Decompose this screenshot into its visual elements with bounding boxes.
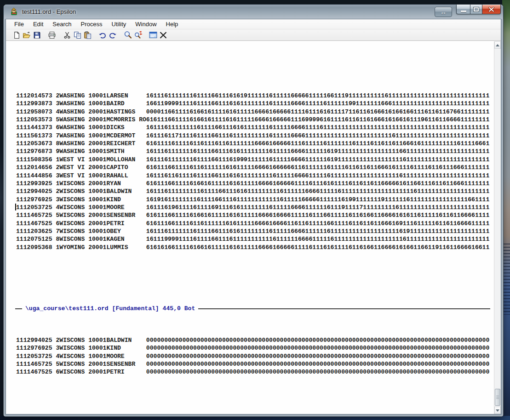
maximize-icon <box>474 7 479 11</box>
open-file-icon[interactable] <box>22 30 32 40</box>
toolbar <box>6 29 501 41</box>
scroll-down-button[interactable] <box>494 407 501 414</box>
buffer-row[interactable]: 1112976925 3WISCONS 10001KIND 0000000000… <box>6 344 494 352</box>
client-area: FileEditSearchProcessUtilityWindowHelp 1… <box>6 19 501 414</box>
buffer-row[interactable]: 1112958073 4WASHING 20001HASTINGS 000011… <box>6 108 494 116</box>
buffer-row[interactable]: 1111508356 1WEST VI 10001MOLLOHAN 161116… <box>6 156 494 164</box>
buffer-row[interactable]: 1112075125 8WISCONS 10001KAGEN 161119999… <box>6 235 494 243</box>
buffer-row[interactable]: 1112095368 1WYOMING 20001LUMMIS 61616166… <box>6 244 494 251</box>
menu-edit[interactable]: Edit <box>29 19 48 29</box>
find-replace-icon[interactable] <box>133 30 143 40</box>
triangle-down-icon <box>496 409 499 412</box>
buffer-test111[interactable]: 1112014573 2WASHING 10001LARSEN 16111611… <box>6 68 494 251</box>
cut-icon[interactable] <box>62 30 72 40</box>
buffer-row[interactable]: 1112994025 2WISCONS 10001BALDWIN 0000000… <box>6 336 494 344</box>
vertical-scrollbar[interactable] <box>494 41 501 414</box>
blank-gap <box>6 400 494 414</box>
buffer-row[interactable]: 1112014573 2WASHING 10001LARSEN 16111611… <box>6 92 494 100</box>
blank-gap <box>6 275 494 289</box>
menu-bar: FileEditSearchProcessUtilityWindowHelp <box>6 19 501 29</box>
buffer-row[interactable]: 1111467525 6WISCONS 20001PETRI 616111661… <box>6 220 494 227</box>
buffer-row[interactable]: 1111441373 6WASHING 10001DICKS 161116111… <box>6 124 494 131</box>
menu-window[interactable]: Window <box>131 19 161 29</box>
redo-icon[interactable] <box>108 30 118 40</box>
print-icon[interactable] <box>47 30 57 40</box>
text-cursor <box>15 204 16 210</box>
new-file-icon[interactable] <box>11 30 22 40</box>
desktop-wallpaper-right <box>502 0 510 420</box>
menu-utility[interactable]: Utility <box>107 19 131 29</box>
save-file-icon[interactable] <box>32 30 42 40</box>
paste-icon[interactable] <box>82 30 92 40</box>
buffer-row[interactable]: 1112976873 9WASHING 10001SMITH 161116111… <box>6 148 494 155</box>
modeline-text: \uga_course\test111.ord [Fundamental] 44… <box>25 305 195 312</box>
buffer-test112[interactable]: 1112994025 2WISCONS 10001BALDWIN 0000000… <box>6 336 494 376</box>
buffer-row[interactable]: 1112053725 4WISCONS 10001MOORE 000000000… <box>6 352 494 360</box>
modeline-rule <box>198 308 490 309</box>
undo-icon[interactable] <box>97 30 108 40</box>
buffer-row[interactable]: 1112976925 3WISCONS 10001KIND 1619161111… <box>6 196 494 204</box>
epsilon-window: test111.ord - Epsilon ↔ FileEditSearchPr… <box>4 5 503 416</box>
buffer-row[interactable]: 1111467525 6WISCONS 20001PETRI 000000000… <box>6 368 494 376</box>
window-title: test111.ord - Epsilon <box>22 8 76 15</box>
buffer-row[interactable]: 1111561373 7WASHING 10001MCDERMOT 161116… <box>6 132 494 140</box>
buffer-row[interactable]: 1112053573 5WASHING 20001MCMORRIS RO6161… <box>6 116 494 124</box>
buffer-row[interactable]: 1111444856 3WEST VI 10001RAHALL 16111611… <box>6 172 494 180</box>
menu-process[interactable]: Process <box>76 19 107 29</box>
editor-content: 1112014573 2WASHING 10001LARSEN 16111611… <box>6 41 501 414</box>
buffer-row[interactable]: 1111465725 5WISCONS 20001SENSENBR 000000… <box>6 360 494 368</box>
modeline-dash <box>15 308 22 309</box>
copy-icon[interactable] <box>72 30 82 40</box>
buffer-list-icon[interactable] <box>148 30 158 40</box>
scrollbar-thumb[interactable] <box>495 389 500 406</box>
titlebar[interactable]: test111.ord - Epsilon ↔ <box>4 5 503 19</box>
buffer-row[interactable]: 1111465725 5WISCONS 20001SENSENBR 616111… <box>6 211 494 219</box>
window-controls <box>456 5 501 14</box>
buffer-row[interactable]: 1112993873 3WASHING 10001BAIRD 166119999… <box>6 100 494 108</box>
desktop-wallpaper-bottom <box>0 416 510 420</box>
find-icon[interactable] <box>123 30 133 40</box>
app-icon <box>10 7 18 16</box>
maximize-button[interactable] <box>470 5 482 14</box>
modeline-test111[interactable]: \uga_course\test111.ord [Fundamental] 44… <box>6 305 490 312</box>
close-button[interactable] <box>482 5 501 14</box>
scroll-up-button[interactable] <box>494 41 501 49</box>
resize-button[interactable]: ↔ <box>435 7 452 17</box>
menu-file[interactable]: File <box>10 19 29 29</box>
close-icon <box>488 7 494 12</box>
buffer-row[interactable]: 1112053725 4WISCONS 10001MOORE 161116196… <box>6 204 494 211</box>
minimize-icon <box>461 11 466 12</box>
minimize-button[interactable] <box>456 5 470 14</box>
buffer-row[interactable]: 1111203625 7WISCONS 10001OBEY 1611161111… <box>6 227 494 235</box>
buffer-row[interactable]: 1112014656 2WEST VI 20001CAPITO 61611166… <box>6 164 494 171</box>
buffer-row[interactable]: 1112993925 1WISCONS 20001RYAN 6161116611… <box>6 180 494 187</box>
left-right-arrow-icon: ↔ <box>440 8 447 16</box>
buffer-row[interactable]: 1112053673 8WASHING 20001REICHERT 616111… <box>6 140 494 148</box>
menu-help[interactable]: Help <box>161 19 183 29</box>
buffer-row[interactable]: 1112994025 2WISCONS 10001BALDWIN 1611161… <box>6 187 494 195</box>
menu-search[interactable]: Search <box>48 19 76 29</box>
text-column: 1112014573 2WASHING 10001LARSEN 16111611… <box>6 41 494 414</box>
triangle-up-icon <box>496 44 499 46</box>
close-buffer-icon[interactable] <box>158 30 168 40</box>
